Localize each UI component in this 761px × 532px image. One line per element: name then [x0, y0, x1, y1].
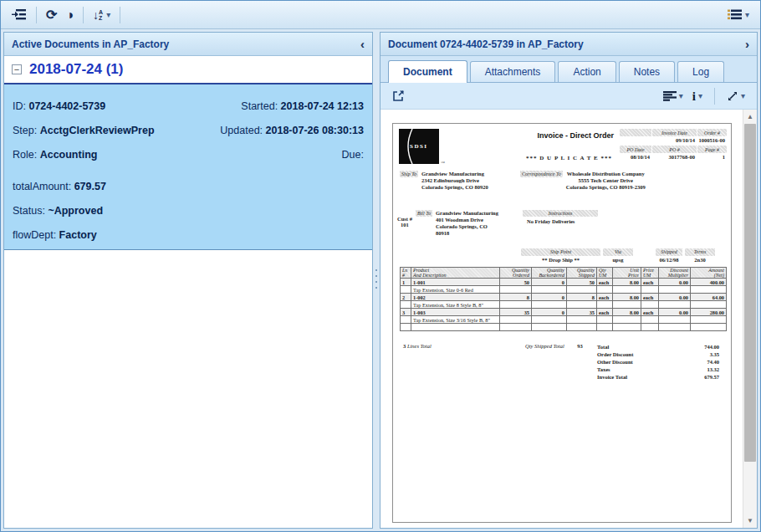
items-filler-row — [401, 324, 727, 331]
cust-no-value: 101 — [397, 222, 412, 228]
id-value: 0724-4402-5739 — [28, 100, 105, 112]
tab-document[interactable]: Document — [388, 60, 467, 83]
instructions-label: Instructions — [523, 210, 598, 217]
po-date-label: PO Date — [620, 146, 651, 153]
shipped-label: Shipped — [656, 248, 682, 256]
cust-no-block: Cust # 101 — [397, 216, 412, 228]
item-row: 31-003 350 35each 8.00each 0.00280.00 — [401, 309, 727, 316]
step-value: AcctgClerkReviewPrep — [40, 125, 155, 136]
updated-value: 2018-07-26 08:30:13 — [266, 125, 364, 136]
card-row: Role: Accounting Due: — [13, 149, 364, 161]
qty-shipped-total: Qty Shipped Total 93 — [525, 343, 583, 349]
document-toolbar: ▾ i ▾ ▾ — [380, 83, 757, 110]
main-menu-button[interactable]: ▾ — [723, 7, 753, 23]
total-row: Total744.00 — [597, 343, 719, 350]
item-description-row: Tap Extension, Size 8 Style B, 8" — [401, 301, 727, 309]
via-label: Via — [603, 248, 633, 256]
total-row: Invoice Total679.57 — [597, 373, 719, 381]
toggle-view-button[interactable]: ◑ — [61, 6, 78, 24]
active-documents-title: Active Documents in AP_Factory — [12, 38, 169, 50]
expand-right-icon[interactable]: › — [745, 38, 749, 50]
sort-button[interactable]: ↓ A Z ▾ — [89, 6, 115, 24]
document-tabbar: Document Attachments Action Notes Log — [380, 56, 757, 83]
started-field: Started: 2018-07-24 12:13 — [241, 100, 364, 112]
card-row: Status: ~Approved — [13, 205, 364, 217]
qty-shipped-total-value: 93 — [577, 343, 583, 349]
invoice-date-label: Invoice Date — [652, 129, 697, 136]
caret-down-icon: ▾ — [745, 11, 749, 19]
document-info-button[interactable]: i ▾ — [690, 89, 705, 104]
ship-point-label: Ship Point — [521, 248, 600, 256]
logo-text: SDSI — [410, 143, 428, 150]
bill-to-block: Bill To Grandview Manufacturing 401 Wood… — [416, 210, 498, 237]
toolbar-separator — [714, 88, 715, 105]
shipped-value: 06/12/98 — [656, 257, 682, 263]
total-row: Other Discount74.40 — [597, 358, 719, 366]
vertical-scrollbar[interactable]: ▲ ▼ — [743, 110, 757, 528]
info-icon: i — [692, 90, 696, 102]
view-options-button[interactable]: ▾ — [661, 90, 686, 103]
scrollbar-thumb[interactable] — [744, 124, 756, 462]
duplicate-stamp: *** D U P L I C A T E *** — [526, 155, 612, 161]
caret-down-icon: ▾ — [679, 92, 683, 100]
correspondence-to-block: Correspondence To Wholesale Distribution… — [520, 171, 646, 191]
bill-to-line: Grandview Manufacturing — [436, 210, 498, 217]
id-field: ID: 0724-4402-5739 — [13, 100, 105, 112]
active-documents-panel: Active Documents in AP_Factory ‹ − 2018-… — [3, 32, 373, 529]
bill-to-line: Colorado Springs, CO — [436, 223, 498, 230]
via-value: upsg — [603, 257, 633, 263]
lines-count: 3 — [403, 343, 406, 349]
total-amount-value: 679.57 — [74, 181, 106, 192]
card-row: flowDept: Factory — [13, 229, 364, 241]
total-row: Taxes13.32 — [597, 366, 719, 373]
open-external-button[interactable] — [390, 88, 407, 104]
total-amount-field: totalAmount: 679.57 — [13, 181, 106, 192]
trademark-mark: ™ — [441, 161, 445, 165]
refresh-button[interactable]: ⟳ — [42, 6, 61, 24]
collapse-group-icon[interactable]: − — [12, 64, 22, 74]
ship-to-line: Colorado Springs, CO 80920 — [421, 184, 488, 191]
toolbar-separator — [120, 7, 120, 23]
tab-notes[interactable]: Notes — [619, 61, 675, 82]
step-field: Step: AcctgClerkReviewPrep — [13, 125, 155, 136]
tab-action[interactable]: Action — [558, 61, 615, 82]
toolbar-separator — [83, 7, 84, 23]
page-no-label: Page # — [697, 146, 727, 153]
invoice-line-items-table: Ln# ProductAnd Description QuantityOrder… — [400, 267, 727, 331]
top-toolbar: ⟳ ◑ ↓ A Z ▾ ▾ — [1, 1, 760, 29]
ship-to-line: 2342 Edinburough Drive — [421, 177, 488, 184]
due-field: Due: — [342, 149, 364, 161]
app-window: ⟳ ◑ ↓ A Z ▾ ▾ — [0, 0, 761, 532]
ship-to-block: Ship To Grandview Manufacturing 2342 Edi… — [400, 171, 488, 191]
sort-az-icon: ↓ A Z — [93, 8, 103, 22]
document-card-selected[interactable]: ID: 0724-4402-5739 Started: 2018-07-24 1… — [4, 83, 372, 250]
items-header-row: Ln# ProductAnd Description QuantityOrder… — [401, 268, 727, 279]
scroll-up-icon[interactable]: ▲ — [743, 110, 757, 123]
caret-down-icon: ▾ — [106, 11, 110, 19]
invoice-page: SDSI ™ Invoice - Direct Order *** D U P … — [392, 123, 732, 523]
sort-arrow: ↓ — [93, 8, 99, 22]
panel-splitter[interactable] — [373, 32, 380, 529]
order-no-value: 1000516-00 — [697, 137, 727, 145]
tab-attachments[interactable]: Attachments — [470, 61, 556, 82]
collapse-left-icon[interactable]: ‹ — [360, 38, 365, 50]
menu-icon — [728, 9, 742, 20]
document-panel-header: Document 0724-4402-5739 in AP_Factory › — [380, 33, 757, 56]
document-viewer: SDSI ™ Invoice - Direct Order *** D U P … — [380, 110, 757, 528]
workflow-queue-button[interactable] — [8, 6, 31, 23]
status-value: ~Approved — [48, 205, 103, 217]
scroll-down-icon[interactable]: ▼ — [743, 514, 757, 527]
caret-down-icon: ▾ — [698, 92, 702, 100]
view-options-icon — [663, 91, 677, 101]
correspondence-line: Colorado Springs, CO 80919-2309 — [566, 184, 646, 191]
ship-to-label: Ship To — [400, 171, 418, 177]
caret-down-icon: ▾ — [741, 92, 745, 100]
bill-to-line: 401 Woodman Drive — [436, 217, 498, 223]
sort-letter-a: A — [99, 9, 103, 15]
sdsi-logo: SDSI — [399, 129, 439, 164]
item-description-row: Tap Extension, Size 3/16 Style B, 8" — [401, 316, 727, 324]
resize-diagonal-icon — [727, 90, 738, 102]
terms-label: Terms — [685, 248, 715, 256]
tab-log[interactable]: Log — [677, 61, 724, 82]
resize-document-button[interactable]: ▾ — [724, 89, 748, 104]
